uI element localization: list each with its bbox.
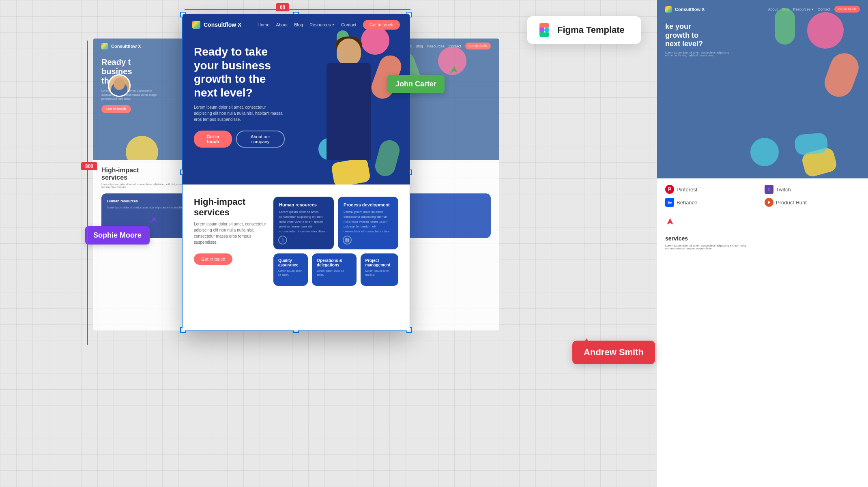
main-services-section: High-impact services Lorem ipsum dolor s…: [183, 185, 410, 298]
hero-about-btn[interactable]: About our company: [236, 131, 285, 148]
scard-od: Operations & delegations Lorem ipsum dol…: [312, 253, 357, 286]
main-hero-title: Ready to take your business growth to th…: [194, 45, 285, 99]
main-logo: Consultflow X: [192, 21, 241, 29]
brand-pinterest: P Pinterest: [665, 185, 761, 194]
rframe-hero: Consultflow X About Blog Resources ▾ Con…: [657, 0, 868, 178]
services-cards-col: Human resources Lorem ipsum dolor sit am…: [273, 197, 398, 286]
back-cta-btn[interactable]: Get in touch: [465, 43, 491, 49]
hero-get-touch-btn[interactable]: Get in touch: [194, 131, 232, 148]
scard-hr-title: Human resources: [279, 202, 328, 207]
rframe-cursor-icon: [657, 213, 868, 231]
person-icon-card: 👤: [278, 236, 287, 245]
services-desc: Lorem ipsum dolor sit amet, consectetur …: [194, 221, 267, 245]
services-cta-btn[interactable]: Get in touch: [194, 253, 232, 265]
rframe-logo: Consultflow X: [665, 6, 705, 13]
hero-person-head: [337, 39, 361, 65]
twitch-icon: t: [765, 185, 773, 194]
dimension-label-left: 800: [81, 162, 97, 170]
back-person-avatar-wrapper: [108, 74, 131, 97]
nav-about[interactable]: About: [276, 22, 288, 27]
nav-blog[interactable]: Blog: [294, 22, 303, 27]
f-bottom-right: [544, 32, 549, 37]
scard-od-desc: Lorem ipsum dolor sit amet.: [317, 269, 352, 277]
back-logo: Consultflow X: [101, 43, 141, 49]
rframe-cta-btn[interactable]: Get in touch: [834, 6, 860, 13]
nav-resources-chevron: [332, 24, 335, 26]
top-cards-row: Human resources Lorem ipsum dolor sit am…: [273, 197, 398, 249]
scard-pm-title: Project management: [365, 258, 393, 267]
main-logo-icon: [192, 21, 200, 29]
rframe-services-desc: Lorem ipsum dolor sit amet, consectetur …: [665, 244, 746, 250]
pinterest-icon: P: [665, 185, 674, 194]
rshape-blue: [750, 138, 779, 166]
rframe-services-title: services: [665, 235, 860, 242]
scard-pm: Project management Lorem ipsum dolor nis…: [361, 253, 398, 286]
scard-pd-title: Process development: [344, 202, 393, 207]
john-carter-arrow: [446, 63, 461, 79]
main-nav: Home About Blog Resources Contact Get in…: [258, 20, 400, 30]
refresh-icon-card: 🔄: [343, 236, 352, 245]
dimension-line-vertical: [87, 41, 88, 345]
rframe-hero-desc: Lorem ipsum dolor sit amet, consectetur …: [665, 51, 730, 57]
f-bottom-left: [539, 32, 544, 37]
figma-template-badge: Figma Template: [527, 16, 641, 44]
nav-resources[interactable]: Resources: [309, 22, 335, 27]
scard-pm-desc: Lorem ipsum dolor nisi nisi.: [365, 269, 393, 277]
hero-person: [312, 34, 385, 185]
scard-hr-desc: Lorem ipsum dolor sit amet, consectetur …: [279, 210, 328, 234]
nav-home[interactable]: Home: [258, 22, 269, 27]
f-top-left: [539, 23, 544, 28]
bottom-cards-row: Quality assurance Lorem ipsum dolor sit …: [273, 253, 398, 286]
main-hero-buttons: Get in touch About our company: [194, 131, 285, 148]
sophie-moore-badge: Sophie Moore: [85, 226, 150, 245]
rframe-brand-logos: P Pinterest t Twitch Be Behance P Produc…: [657, 178, 868, 213]
scard-pd: Process development Lorem ipsum dolor si…: [338, 197, 398, 249]
services-text-col: High-impact services Lorem ipsum dolor s…: [194, 197, 267, 286]
scard-qa-desc: Lorem ipsum dolor sit amet.: [278, 269, 303, 277]
scard-od-title: Operations & delegations: [317, 258, 352, 267]
andrew-smith-badge: Andrew Smith: [572, 341, 655, 364]
right-back-frame: Consultflow X About Blog Resources ▾ Con…: [657, 0, 868, 487]
rshape-teal: [775, 8, 795, 45]
figma-logo: [537, 23, 552, 37]
rframe-logo-icon: [665, 6, 672, 13]
nav-contact[interactable]: Contact: [341, 22, 357, 27]
behance-icon: Be: [665, 198, 674, 207]
sophie-arrow-svg: [148, 214, 159, 225]
scard-hr: Human resources Lorem ipsum dolor sit am…: [273, 197, 334, 249]
main-hero-content: Ready to take your business growth to th…: [183, 35, 296, 157]
scard-qa: Quality assurance Lorem ipsum dolor sit …: [273, 253, 308, 286]
back-shape-yellow: [126, 136, 158, 160]
hero-person-body: [312, 34, 385, 185]
back-hero-cta[interactable]: Get in touch: [101, 105, 131, 113]
f-mid-left: [539, 28, 544, 32]
brand-twitch: t Twitch: [765, 185, 860, 194]
rshape-teal2: [794, 133, 828, 156]
back-logo-icon: [101, 43, 108, 49]
main-hero-section: Consultflow X Home About Blog Resources …: [183, 14, 410, 185]
rshape-pink: [807, 12, 844, 49]
bf-person-head: [114, 78, 125, 90]
main-hero-desc: Lorem ipsum dolor sit amet, consectetur …: [194, 104, 285, 122]
services-title: High-impact services: [194, 197, 267, 218]
f-top-right: [544, 23, 549, 28]
rframe-services: services Lorem ipsum dolor sit amet, con…: [657, 231, 868, 258]
figma-f-shape: [539, 23, 549, 37]
dimension-line-horizontal: [185, 9, 410, 10]
f-mid-right: [544, 28, 549, 32]
brand-producthunt: P Product Hunt: [765, 198, 860, 207]
navbar-cta-btn[interactable]: Get in touch: [363, 20, 400, 30]
john-carter-badge: John Carter: [387, 75, 445, 93]
dimension-label-top: 60: [276, 3, 289, 11]
arrow-svg: [446, 63, 461, 77]
main-frame: Consultflow X Home About Blog Resources …: [183, 14, 410, 330]
producthunt-icon: P: [765, 198, 773, 207]
scard-qa-title: Quality assurance: [278, 258, 303, 267]
brand-behance: Be Behance: [665, 198, 761, 207]
sophie-moore-arrow: [148, 214, 159, 227]
main-navbar: Consultflow X Home About Blog Resources …: [183, 14, 410, 35]
figma-badge-label: Figma Template: [557, 25, 625, 35]
hero-person-torso: [327, 63, 371, 160]
scard-pd-desc: Lorem ipsum dolor sit amet, consectetur …: [344, 210, 393, 234]
